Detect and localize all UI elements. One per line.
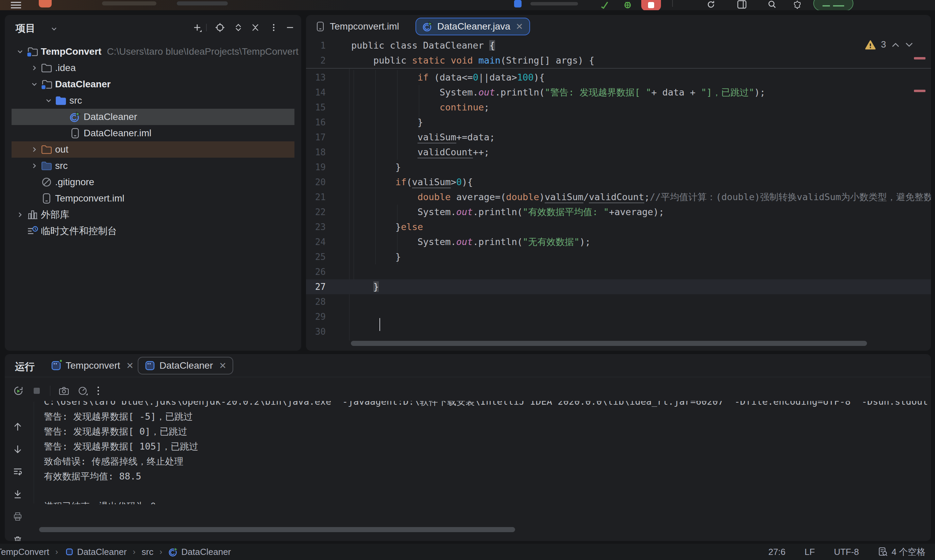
tree-item-datacleaner[interactable]: DataCleaner bbox=[5, 109, 301, 125]
stop-button[interactable] bbox=[641, 0, 661, 10]
chevron-down-icon[interactable] bbox=[15, 46, 25, 57]
breadcrumb-item-tempconvert[interactable]: TempConvert bbox=[0, 547, 49, 557]
run-config-label bbox=[530, 2, 578, 5]
chevron-down-icon[interactable] bbox=[43, 95, 54, 106]
next-problem-icon[interactable] bbox=[905, 42, 913, 48]
breadcrumb-item-datacleaner[interactable]: DataCleaner bbox=[64, 547, 127, 557]
console-horizontal-scrollbar[interactable] bbox=[39, 527, 515, 532]
tree-item-src[interactable]: src bbox=[5, 158, 301, 174]
tree-item-外部库[interactable]: 外部库 bbox=[5, 206, 301, 223]
scratches-icon bbox=[26, 225, 38, 237]
tree-item-label: DataCleaner.iml bbox=[84, 128, 151, 138]
camera-icon[interactable] bbox=[59, 386, 69, 396]
project-widget[interactable] bbox=[102, 2, 156, 5]
run-tab-tempconvert[interactable]: Tempconvert✕ bbox=[51, 357, 134, 374]
run-tab-datacleaner[interactable]: DataCleaner✕ bbox=[138, 357, 233, 374]
tree-item-tempconvert[interactable]: TempConvertC:\Users\taro blue\IdeaProjec… bbox=[5, 43, 301, 60]
stripe-warning-mark[interactable] bbox=[914, 90, 926, 92]
more-options-icon[interactable] bbox=[269, 22, 279, 32]
console-line: 警告: 发现越界数据[ 0]，已跳过 bbox=[44, 424, 927, 439]
profiler-icon[interactable] bbox=[77, 386, 88, 396]
more-options-icon[interactable] bbox=[97, 386, 100, 396]
indent-setting[interactable]: 4 个空格 bbox=[878, 546, 926, 558]
tree-item-.idea[interactable]: .idea bbox=[5, 60, 301, 76]
run-config-icon[interactable] bbox=[514, 0, 522, 8]
run-icon[interactable] bbox=[600, 0, 609, 9]
chevron-right-icon[interactable] bbox=[29, 161, 39, 171]
breadcrumb-separator: › bbox=[133, 547, 136, 557]
line-number: 26 bbox=[306, 265, 326, 279]
close-icon[interactable]: ✕ bbox=[126, 360, 134, 371]
line-ending[interactable]: LF bbox=[804, 547, 815, 557]
line-number: 18 bbox=[306, 145, 326, 160]
close-icon[interactable]: ✕ bbox=[219, 360, 226, 371]
close-icon[interactable]: ✕ bbox=[516, 22, 523, 32]
code-lines: 13 if (data<=0||data>100){14 System.out.… bbox=[306, 70, 931, 339]
soft-wrap-icon[interactable] bbox=[13, 467, 22, 476]
tree-item-datacleaner.iml[interactable]: DataCleaner.iml bbox=[5, 125, 301, 142]
toolbar-separator bbox=[50, 386, 50, 396]
project-panel-title[interactable]: 项目 bbox=[15, 22, 35, 35]
editor-tab-tempconvert.iml[interactable]: Tempconvert.iml bbox=[315, 18, 399, 35]
header-separator bbox=[206, 22, 207, 32]
recording-pill[interactable] bbox=[813, 0, 853, 10]
inspections-widget[interactable]: 3 bbox=[865, 39, 913, 50]
indent-file-icon bbox=[878, 547, 888, 557]
iml-file-icon bbox=[315, 21, 326, 32]
tree-item-.gitignore[interactable]: .gitignore bbox=[5, 174, 301, 190]
file-encoding[interactable]: UTF-8 bbox=[834, 547, 859, 557]
up-arrow-icon[interactable] bbox=[13, 422, 22, 432]
add-icon[interactable] bbox=[192, 22, 202, 32]
breadcrumb-item-src[interactable]: src bbox=[142, 547, 154, 557]
expand-all-icon[interactable] bbox=[233, 22, 243, 32]
code-editor[interactable]: 1public class DataCleaner {2 public stat… bbox=[306, 38, 931, 340]
chevron-spacer bbox=[29, 193, 39, 203]
line-number: 1 bbox=[306, 38, 326, 53]
line-number: 23 bbox=[306, 220, 326, 234]
prev-problem-icon[interactable] bbox=[892, 42, 900, 48]
locate-icon[interactable] bbox=[215, 22, 225, 32]
debug-icon[interactable] bbox=[623, 0, 632, 9]
vcs-widget[interactable] bbox=[177, 2, 228, 5]
layout-icon[interactable] bbox=[737, 0, 747, 9]
tree-item-src[interactable]: src bbox=[5, 92, 301, 109]
code-text: if (data<=0||data>100){ bbox=[351, 70, 545, 85]
search-icon[interactable] bbox=[768, 0, 776, 9]
down-arrow-icon[interactable] bbox=[13, 445, 22, 454]
console-output[interactable]: C:\Users\taro blue\.jdks\openjdk-20.0.2\… bbox=[34, 401, 927, 504]
iml-file-icon bbox=[41, 193, 52, 204]
scroll-to-end-icon[interactable] bbox=[13, 489, 22, 499]
editor-horizontal-scrollbar[interactable] bbox=[351, 341, 867, 346]
sticky-lines: 1public class DataCleaner {2 public stat… bbox=[306, 38, 931, 69]
code-text: } bbox=[351, 115, 423, 130]
console-line: 警告: 发现越界数据[ -5]，已跳过 bbox=[44, 409, 927, 424]
refresh-icon[interactable] bbox=[707, 0, 715, 9]
chevron-right-icon[interactable] bbox=[15, 210, 25, 220]
code-text: } bbox=[351, 249, 401, 265]
chevron-right-icon[interactable] bbox=[29, 145, 39, 155]
collapse-all-icon[interactable] bbox=[250, 22, 260, 32]
settings-icon[interactable] bbox=[793, 0, 802, 9]
clear-all-icon[interactable] bbox=[13, 535, 22, 541]
tree-item-datacleaner[interactable]: DataCleaner bbox=[5, 76, 301, 92]
tree-item-out[interactable]: out bbox=[5, 142, 301, 158]
code-line-25: 25 } bbox=[306, 249, 931, 265]
breadcrumb-separator: › bbox=[55, 547, 58, 557]
caret-position[interactable]: 27:6 bbox=[769, 547, 786, 557]
chevron-right-icon[interactable] bbox=[29, 63, 39, 73]
code-line-27: 27 } bbox=[306, 279, 931, 294]
editor-tab-datacleaner.java[interactable]: DataCleaner.java✕ bbox=[416, 18, 530, 35]
stripe-warning-mark[interactable] bbox=[914, 57, 926, 60]
rerun-icon[interactable] bbox=[13, 386, 23, 396]
code-text: double average=(double)valiSum/validCoun… bbox=[351, 189, 931, 205]
hide-panel-icon[interactable] bbox=[285, 22, 295, 32]
chevron-down-icon[interactable] bbox=[29, 79, 39, 89]
line-number: 25 bbox=[306, 249, 326, 265]
tree-item-tempconvert.iml[interactable]: Tempconvert.iml bbox=[5, 190, 301, 206]
print-icon[interactable] bbox=[13, 512, 22, 521]
stop-icon bbox=[32, 386, 42, 396]
main-menu-icon[interactable] bbox=[10, 1, 22, 9]
run-panel-title[interactable]: 运行 bbox=[15, 360, 35, 374]
tree-item-临时文件和控制台[interactable]: 临时文件和控制台 bbox=[5, 223, 301, 239]
breadcrumb-item-datacleaner[interactable]: DataCleaner bbox=[168, 547, 231, 557]
